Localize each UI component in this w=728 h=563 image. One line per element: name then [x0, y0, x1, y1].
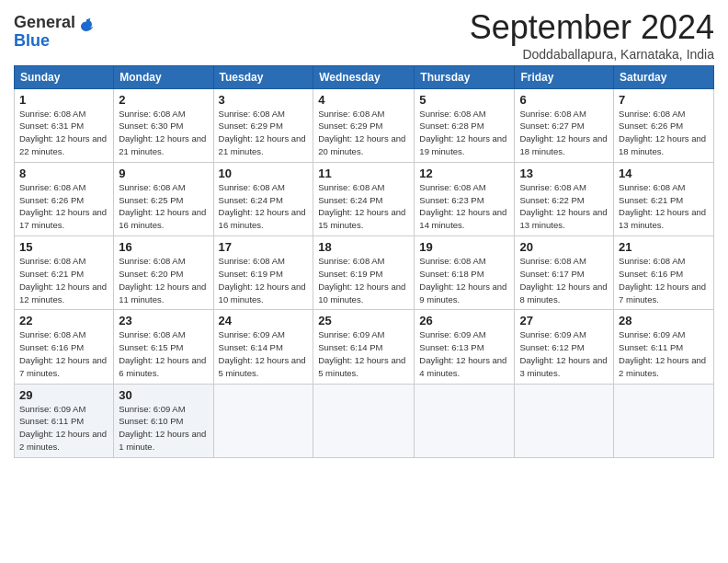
- weekday-header-friday: Friday: [515, 65, 614, 88]
- day-number: 11: [318, 167, 409, 180]
- calendar-cell: [213, 384, 313, 457]
- calendar-cell: 21 Sunrise: 6:08 AMSunset: 6:16 PMDaylig…: [614, 236, 714, 310]
- day-info: Sunrise: 6:08 AMSunset: 6:29 PMDaylight:…: [219, 109, 306, 156]
- weekday-header-saturday: Saturday: [614, 65, 714, 88]
- day-number: 17: [219, 240, 309, 254]
- calendar-week-4: 22 Sunrise: 6:08 AMSunset: 6:16 PMDaylig…: [15, 310, 714, 384]
- day-info: Sunrise: 6:08 AMSunset: 6:16 PMDaylight:…: [619, 256, 706, 304]
- day-info: Sunrise: 6:08 AMSunset: 6:22 PMDaylight:…: [519, 182, 607, 230]
- day-info: Sunrise: 6:08 AMSunset: 6:18 PMDaylight:…: [419, 256, 506, 304]
- logo: General Blue: [14, 14, 95, 51]
- calendar-week-1: 1 Sunrise: 6:08 AMSunset: 6:31 PMDayligh…: [15, 88, 714, 162]
- calendar-cell: 5 Sunrise: 6:08 AMSunset: 6:28 PMDayligh…: [415, 88, 515, 162]
- day-info: Sunrise: 6:09 AMSunset: 6:10 PMDaylight:…: [119, 404, 206, 452]
- calendar-cell: 27 Sunrise: 6:09 AMSunset: 6:12 PMDaylig…: [515, 310, 614, 384]
- calendar-cell: 6 Sunrise: 6:08 AMSunset: 6:27 PMDayligh…: [515, 88, 614, 162]
- day-info: Sunrise: 6:08 AMSunset: 6:16 PMDaylight:…: [19, 329, 107, 377]
- day-number: 14: [619, 167, 709, 180]
- calendar-cell: 3 Sunrise: 6:08 AMSunset: 6:29 PMDayligh…: [213, 88, 313, 162]
- day-number: 30: [119, 388, 208, 402]
- calendar-cell: 15 Sunrise: 6:08 AMSunset: 6:21 PMDaylig…: [15, 236, 114, 310]
- day-info: Sunrise: 6:08 AMSunset: 6:30 PMDaylight:…: [119, 109, 206, 156]
- header-row: General Blue September 2024 Doddaballapu…: [14, 9, 714, 62]
- logo-bird-icon: [78, 17, 95, 34]
- calendar-cell: 29 Sunrise: 6:09 AMSunset: 6:11 PMDaylig…: [15, 384, 114, 457]
- weekday-header-monday: Monday: [114, 65, 213, 88]
- day-info: Sunrise: 6:08 AMSunset: 6:19 PMDaylight:…: [318, 256, 405, 304]
- day-info: Sunrise: 6:09 AMSunset: 6:11 PMDaylight:…: [619, 329, 706, 377]
- calendar-cell: 1 Sunrise: 6:08 AMSunset: 6:31 PMDayligh…: [15, 88, 114, 162]
- calendar-cell: 13 Sunrise: 6:08 AMSunset: 6:22 PMDaylig…: [515, 162, 614, 236]
- calendar-cell: 24 Sunrise: 6:09 AMSunset: 6:14 PMDaylig…: [213, 310, 313, 384]
- weekday-header-sunday: Sunday: [15, 65, 114, 88]
- calendar-cell: 11 Sunrise: 6:08 AMSunset: 6:24 PMDaylig…: [313, 162, 415, 236]
- calendar-cell: 28 Sunrise: 6:09 AMSunset: 6:11 PMDaylig…: [614, 310, 714, 384]
- day-info: Sunrise: 6:08 AMSunset: 6:21 PMDaylight:…: [19, 256, 107, 304]
- calendar-table: SundayMondayTuesdayWednesdayThursdayFrid…: [14, 65, 714, 458]
- calendar-cell: 2 Sunrise: 6:08 AMSunset: 6:30 PMDayligh…: [114, 88, 213, 162]
- day-info: Sunrise: 6:08 AMSunset: 6:31 PMDaylight:…: [19, 109, 107, 156]
- day-info: Sunrise: 6:09 AMSunset: 6:13 PMDaylight:…: [419, 329, 506, 377]
- day-number: 22: [19, 314, 108, 327]
- calendar-cell: 4 Sunrise: 6:08 AMSunset: 6:29 PMDayligh…: [313, 88, 415, 162]
- day-number: 18: [318, 240, 409, 254]
- day-number: 28: [619, 314, 709, 327]
- day-number: 27: [519, 314, 609, 327]
- day-number: 13: [519, 167, 609, 180]
- day-info: Sunrise: 6:09 AMSunset: 6:14 PMDaylight:…: [318, 329, 405, 377]
- day-number: 19: [419, 240, 509, 254]
- logo-text: General Blue: [14, 14, 75, 51]
- day-number: 16: [119, 240, 208, 254]
- calendar-week-3: 15 Sunrise: 6:08 AMSunset: 6:21 PMDaylig…: [15, 236, 714, 310]
- day-info: Sunrise: 6:08 AMSunset: 6:23 PMDaylight:…: [419, 182, 506, 230]
- day-number: 23: [119, 314, 208, 327]
- calendar-cell: 20 Sunrise: 6:08 AMSunset: 6:17 PMDaylig…: [515, 236, 614, 310]
- calendar-cell: 16 Sunrise: 6:08 AMSunset: 6:20 PMDaylig…: [114, 236, 213, 310]
- location: Doddaballapura, Karnataka, India: [470, 47, 714, 62]
- day-info: Sunrise: 6:08 AMSunset: 6:24 PMDaylight:…: [219, 182, 306, 230]
- calendar-week-5: 29 Sunrise: 6:09 AMSunset: 6:11 PMDaylig…: [15, 384, 714, 457]
- day-number: 7: [619, 93, 709, 107]
- day-info: Sunrise: 6:08 AMSunset: 6:19 PMDaylight:…: [219, 256, 306, 304]
- calendar-cell: [614, 384, 714, 457]
- calendar-container: General Blue September 2024 Doddaballapu…: [0, 0, 728, 463]
- day-info: Sunrise: 6:08 AMSunset: 6:25 PMDaylight:…: [119, 182, 206, 230]
- day-info: Sunrise: 6:08 AMSunset: 6:28 PMDaylight:…: [419, 109, 506, 156]
- calendar-cell: 10 Sunrise: 6:08 AMSunset: 6:24 PMDaylig…: [213, 162, 313, 236]
- day-info: Sunrise: 6:08 AMSunset: 6:27 PMDaylight:…: [519, 109, 607, 156]
- day-info: Sunrise: 6:08 AMSunset: 6:21 PMDaylight:…: [619, 182, 706, 230]
- day-number: 6: [519, 93, 609, 107]
- day-number: 15: [19, 240, 108, 254]
- day-number: 29: [19, 388, 108, 402]
- logo-general: General: [14, 13, 75, 31]
- calendar-cell: 26 Sunrise: 6:09 AMSunset: 6:13 PMDaylig…: [415, 310, 515, 384]
- day-number: 20: [519, 240, 609, 254]
- day-number: 12: [419, 167, 509, 180]
- day-number: 3: [219, 93, 309, 107]
- weekday-header-row: SundayMondayTuesdayWednesdayThursdayFrid…: [15, 65, 714, 88]
- calendar-cell: [415, 384, 515, 457]
- day-number: 24: [219, 314, 309, 327]
- logo-blue: Blue: [14, 31, 50, 50]
- weekday-header-wednesday: Wednesday: [313, 65, 415, 88]
- calendar-cell: 18 Sunrise: 6:08 AMSunset: 6:19 PMDaylig…: [313, 236, 415, 310]
- calendar-week-2: 8 Sunrise: 6:08 AMSunset: 6:26 PMDayligh…: [15, 162, 714, 236]
- calendar-cell: 12 Sunrise: 6:08 AMSunset: 6:23 PMDaylig…: [415, 162, 515, 236]
- calendar-cell: 14 Sunrise: 6:08 AMSunset: 6:21 PMDaylig…: [614, 162, 714, 236]
- day-info: Sunrise: 6:09 AMSunset: 6:12 PMDaylight:…: [519, 329, 607, 377]
- day-info: Sunrise: 6:09 AMSunset: 6:14 PMDaylight:…: [219, 329, 306, 377]
- day-number: 1: [19, 93, 108, 107]
- day-info: Sunrise: 6:08 AMSunset: 6:24 PMDaylight:…: [318, 182, 405, 230]
- day-number: 26: [419, 314, 509, 327]
- day-number: 8: [19, 167, 108, 180]
- day-number: 9: [119, 167, 208, 180]
- day-info: Sunrise: 6:08 AMSunset: 6:26 PMDaylight:…: [19, 182, 107, 230]
- day-number: 21: [619, 240, 709, 254]
- calendar-cell: 17 Sunrise: 6:08 AMSunset: 6:19 PMDaylig…: [213, 236, 313, 310]
- day-info: Sunrise: 6:08 AMSunset: 6:26 PMDaylight:…: [619, 109, 706, 156]
- day-info: Sunrise: 6:09 AMSunset: 6:11 PMDaylight:…: [19, 404, 107, 452]
- calendar-cell: 19 Sunrise: 6:08 AMSunset: 6:18 PMDaylig…: [415, 236, 515, 310]
- calendar-cell: 9 Sunrise: 6:08 AMSunset: 6:25 PMDayligh…: [114, 162, 213, 236]
- day-number: 25: [318, 314, 409, 327]
- calendar-cell: 7 Sunrise: 6:08 AMSunset: 6:26 PMDayligh…: [614, 88, 714, 162]
